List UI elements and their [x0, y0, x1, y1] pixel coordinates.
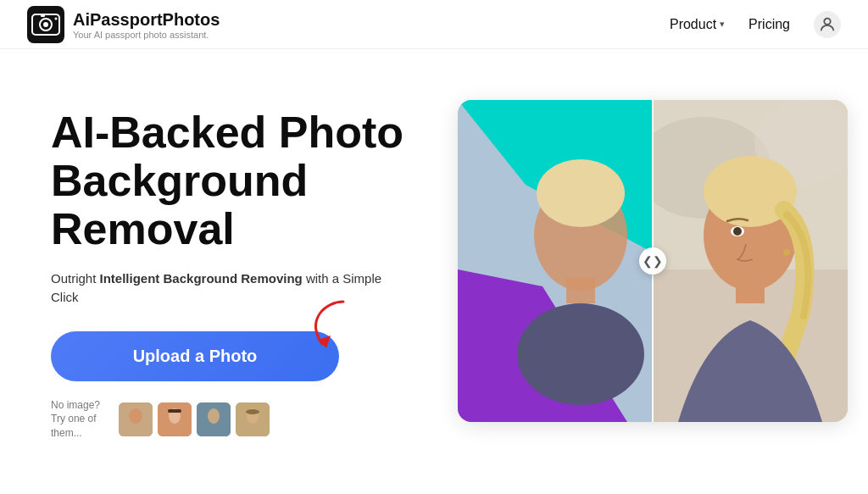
brand-name: AiPassportPhotos	[73, 9, 220, 30]
main-nav: Product ▾ Pricing	[670, 11, 841, 38]
svg-point-16	[208, 408, 220, 424]
account-icon	[818, 15, 837, 34]
svg-point-3	[43, 22, 48, 27]
image-right-panel	[653, 100, 848, 422]
sample-row: No image? Try one of them...	[51, 398, 407, 441]
hero-left: AI-Backed Photo Background Removal Outri…	[51, 83, 407, 441]
hero-title: AI-Backed Photo Background Removal	[51, 108, 407, 254]
pricing-label: Pricing	[748, 17, 790, 32]
product-nav-item[interactable]: Product ▾	[670, 17, 725, 32]
svg-point-6	[824, 18, 830, 24]
comparison-handle[interactable]: ❮❯	[639, 247, 666, 275]
account-avatar[interactable]	[814, 11, 841, 38]
sample-thumbs	[119, 402, 270, 436]
subtitle-before: Outright	[51, 271, 100, 286]
svg-point-9	[129, 408, 142, 424]
svg-rect-27	[566, 278, 595, 303]
svg-rect-14	[168, 409, 181, 413]
upload-wrapper: Upload a Photo	[51, 331, 339, 381]
chevron-down-icon: ▾	[720, 19, 725, 30]
comparison-container[interactable]: ❮❯	[458, 100, 848, 422]
main-content: AI-Backed Photo Background Removal Outri…	[0, 49, 868, 494]
brand-tagline: Your AI passport photo assistant.	[73, 30, 220, 40]
hero-right: ❮❯	[458, 83, 848, 422]
sample-thumb-3[interactable]	[197, 402, 231, 436]
svg-rect-35	[736, 280, 765, 303]
red-arrow-icon	[280, 293, 356, 361]
sample-thumb-2[interactable]	[158, 402, 192, 436]
svg-rect-21	[246, 409, 259, 414]
logo-group[interactable]: AiPassportPhotos Your AI passport photo …	[27, 6, 220, 43]
sample-text: No image? Try one of them...	[51, 398, 110, 441]
sample-thumb-4[interactable]	[236, 402, 270, 436]
image-left-panel	[458, 100, 653, 422]
arrows-icon: ❮❯	[643, 254, 663, 268]
header: AiPassportPhotos Your AI passport photo …	[0, 0, 868, 49]
logo-text-group: AiPassportPhotos Your AI passport photo …	[73, 9, 220, 40]
svg-point-37	[733, 227, 742, 236]
svg-point-28	[517, 303, 644, 405]
svg-rect-4	[41, 14, 45, 17]
svg-point-5	[55, 17, 58, 19]
product-label: Product	[670, 17, 716, 32]
svg-point-38	[783, 249, 790, 256]
pricing-nav-item[interactable]: Pricing	[748, 17, 790, 32]
logo-icon	[27, 6, 64, 43]
svg-point-26	[537, 159, 625, 227]
sample-thumb-1[interactable]	[119, 402, 153, 436]
subtitle-strong: Intelligent Background Removing	[100, 271, 303, 286]
